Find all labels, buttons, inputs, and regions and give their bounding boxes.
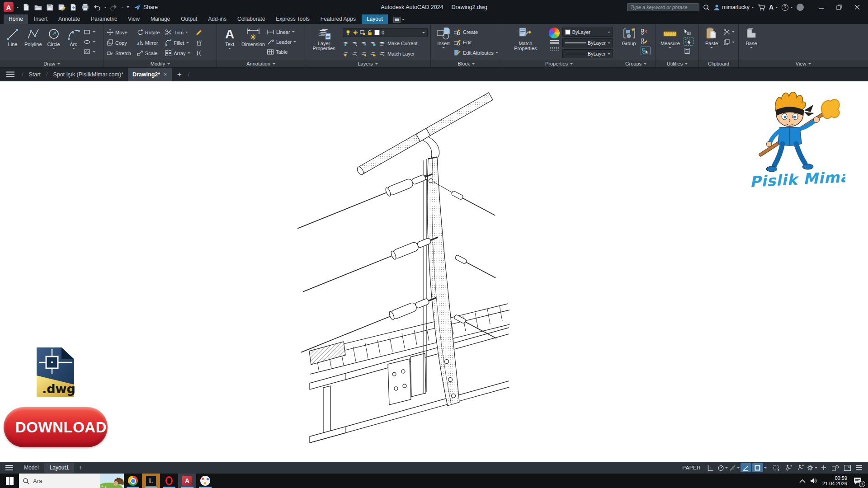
- edit-attributes-tool[interactable]: Edit Attributes: [453, 48, 498, 57]
- cut-tool[interactable]: [723, 28, 735, 36]
- save-as-icon[interactable]: [57, 3, 66, 12]
- app-menu-caret-icon[interactable]: [16, 7, 19, 8]
- tab-express-tools[interactable]: Express Tools: [271, 14, 314, 24]
- share-button[interactable]: Share: [134, 4, 158, 11]
- insert-block-button[interactable]: Insert: [434, 26, 453, 49]
- taskbar-search-input[interactable]: [33, 478, 92, 484]
- taskbar-paint-app-icon[interactable]: [196, 474, 214, 488]
- tab-layout[interactable]: Layout: [362, 14, 388, 24]
- status-menu-icon[interactable]: [0, 465, 19, 470]
- search-icon[interactable]: [703, 4, 710, 11]
- utilities-panel-label[interactable]: Utilities: [656, 60, 698, 67]
- block-panel-label[interactable]: Block: [431, 60, 502, 67]
- undo-caret-icon[interactable]: [104, 7, 107, 8]
- open-folder-icon[interactable]: [33, 3, 42, 12]
- tab-annotate[interactable]: Annotate: [53, 14, 85, 24]
- text-button[interactable]: A Text: [220, 26, 240, 50]
- model-tab[interactable]: Model: [19, 463, 44, 473]
- copy-clip-tool[interactable]: [723, 38, 735, 47]
- object-color-dropdown[interactable]: ByLayer: [562, 28, 613, 37]
- circle-button[interactable]: Circle: [44, 26, 64, 50]
- taskbar-search[interactable]: [19, 474, 124, 488]
- restore-button[interactable]: [830, 0, 848, 14]
- explode-tool[interactable]: [196, 38, 203, 47]
- file-tabs-menu-icon[interactable]: [0, 71, 21, 77]
- autodesk-app-button[interactable]: A: [769, 4, 778, 11]
- taskbar-clock[interactable]: 00:59 21.04.2026: [822, 475, 847, 487]
- match-layer-button[interactable]: Match Layer: [379, 51, 415, 56]
- tab-parametric[interactable]: Parametric: [86, 14, 122, 24]
- quick-calculator-tool[interactable]: [684, 47, 693, 55]
- layers-panel-label[interactable]: Layers: [305, 60, 430, 67]
- tab-featured-apps[interactable]: Featured Apps: [316, 14, 361, 24]
- table-tool[interactable]: Table: [267, 47, 296, 56]
- copy-tool[interactable]: Copy: [107, 38, 131, 47]
- close-tab-icon[interactable]: ×: [164, 71, 167, 78]
- undo-icon[interactable]: [92, 3, 101, 12]
- create-block-tool[interactable]: Create: [453, 28, 498, 36]
- groups-panel-label[interactable]: Groups: [616, 60, 656, 67]
- layer-isolate-icon[interactable]: [343, 41, 349, 46]
- qat-customize-caret-icon[interactable]: [127, 6, 129, 8]
- close-button[interactable]: [848, 0, 866, 14]
- group-edit-tool[interactable]: [641, 37, 651, 46]
- annotation-panel-label[interactable]: Annotation: [217, 60, 305, 67]
- object-snap-icon[interactable]: [729, 463, 740, 472]
- app-store-cart-icon[interactable]: [758, 4, 765, 11]
- redo-caret-icon[interactable]: [121, 7, 124, 8]
- layer-freeze-icon[interactable]: [361, 41, 367, 46]
- ungroup-tool[interactable]: [641, 28, 651, 36]
- layer-unlock2-icon[interactable]: [370, 51, 376, 56]
- annotation-scale-gear-icon[interactable]: [807, 463, 817, 472]
- linetype-dropdown[interactable]: ByLayer: [562, 49, 613, 58]
- lineweight-display-icon[interactable]: [752, 463, 763, 472]
- taskbar-league-of-legends-icon[interactable]: L: [142, 474, 160, 488]
- file-tab-spot-isik[interactable]: Spot Işık (PislikMimar.com)*: [48, 69, 128, 80]
- help-button[interactable]: ?: [782, 4, 793, 11]
- export-icon[interactable]: [69, 3, 78, 12]
- stretch-tool[interactable]: Stretch: [107, 49, 131, 57]
- hatch-tool[interactable]: [84, 47, 95, 56]
- round-app-icon[interactable]: [797, 4, 804, 11]
- drawing-canvas[interactable]: Pislik Mimar .dwg DOWNLOAD: [0, 81, 868, 462]
- download-button[interactable]: DOWNLOAD: [4, 407, 108, 447]
- paper-space-button[interactable]: PAPER: [679, 465, 704, 470]
- file-tab-drawing2[interactable]: Drawing2*×: [128, 68, 172, 81]
- notification-center-button[interactable]: 1: [852, 475, 863, 486]
- lineweight-dropdown[interactable]: ByLayer: [562, 38, 613, 47]
- taskbar-autocad-icon[interactable]: A: [178, 474, 196, 488]
- erase-tool[interactable]: [196, 28, 203, 37]
- lineweight-caret-icon[interactable]: [764, 467, 767, 469]
- quick-select-tool[interactable]: [684, 28, 693, 36]
- leader-tool[interactable]: Leader: [267, 38, 296, 46]
- scale-tool[interactable]: Scale: [137, 49, 160, 57]
- dimension-button[interactable]: Dimension: [240, 26, 267, 48]
- tab-insert[interactable]: Insert: [29, 14, 52, 24]
- layer-unisolate-icon[interactable]: [352, 41, 358, 46]
- select-similar-tool[interactable]: [684, 37, 693, 46]
- taskbar-chrome-icon[interactable]: [124, 474, 142, 488]
- autocad-app-menu-icon[interactable]: A: [4, 2, 14, 12]
- windows-start-button[interactable]: [0, 474, 19, 488]
- layer-lock-icon[interactable]: [370, 41, 376, 46]
- layer-properties-button[interactable]: Layer Properties: [308, 26, 340, 52]
- draw-panel-label[interactable]: Draw: [0, 60, 104, 67]
- layer-on-all-icon[interactable]: [352, 51, 358, 56]
- grid-display-icon[interactable]: [705, 463, 716, 472]
- save-icon[interactable]: [45, 3, 54, 12]
- ortho-mode-icon[interactable]: [741, 463, 751, 472]
- base-button[interactable]: Base: [741, 26, 761, 49]
- measure-button[interactable]: Measure: [659, 26, 682, 49]
- new-drawing-tab-button[interactable]: +: [172, 70, 187, 79]
- view-panel-label[interactable]: View: [739, 60, 868, 67]
- make-current-button[interactable]: Make Current: [379, 40, 418, 46]
- taskbar-opera-icon[interactable]: [160, 474, 178, 488]
- isolate-objects-icon[interactable]: [830, 463, 841, 472]
- mirror-tool[interactable]: Mirror: [137, 38, 160, 47]
- group-selection-toggle[interactable]: [641, 47, 651, 55]
- ribbon-collapse-button[interactable]: [393, 17, 405, 23]
- autoscale-annotation-icon[interactable]: [795, 463, 806, 472]
- move-tool[interactable]: Move: [107, 28, 131, 37]
- rectangle-tool[interactable]: [84, 28, 95, 36]
- tab-add-ins[interactable]: Add-ins: [203, 14, 231, 24]
